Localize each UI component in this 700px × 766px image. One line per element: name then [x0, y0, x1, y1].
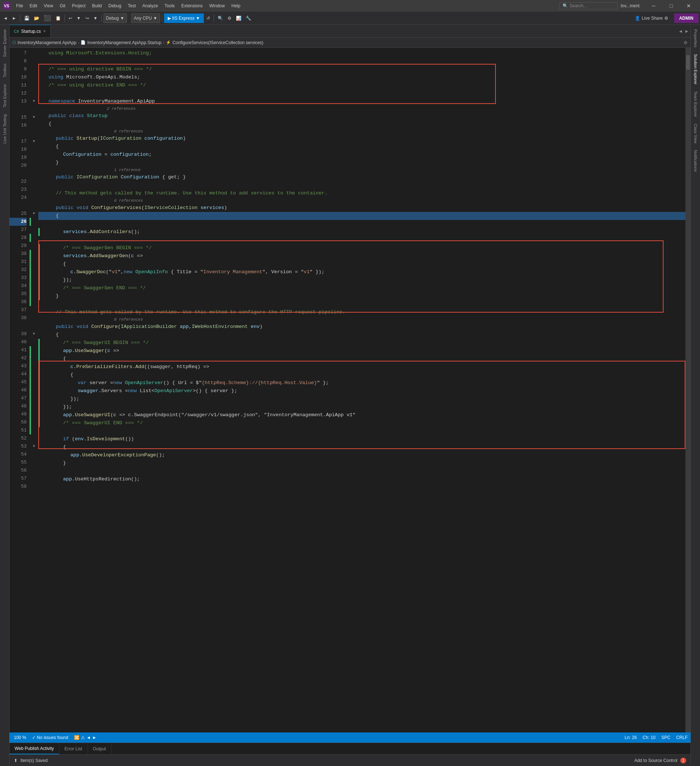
live-share-settings-icon[interactable]: ⚙: [664, 16, 668, 21]
sidebar-item-class-view[interactable]: Class View: [692, 121, 699, 146]
breadcrumb-3[interactable]: ⚡ ConfigureServices(IServiceCollection s…: [166, 40, 263, 45]
tab-icons: ◄ ►: [675, 25, 691, 37]
live-share-label[interactable]: Live Share: [642, 16, 662, 21]
breadcrumb-1[interactable]: ⬡ InventoryManagement.ApiApp: [13, 40, 76, 45]
status-issues[interactable]: ✓ No issues found: [31, 735, 70, 740]
code-token: .Servers =: [98, 387, 128, 395]
breadcrumb-settings[interactable]: ⚙: [684, 40, 687, 45]
sidebar-item-live-unit[interactable]: Live Unit Testing: [1, 111, 8, 147]
forward-button[interactable]: ►: [10, 13, 18, 23]
add-source-control-label[interactable]: Add to Source Control: [634, 758, 677, 763]
minimize-button[interactable]: ─: [645, 0, 662, 12]
sidebar-item-server-explorer[interactable]: Server Explorer: [1, 26, 8, 60]
new-button[interactable]: ⬛: [42, 13, 53, 23]
status-zoom[interactable]: 100 %: [13, 735, 28, 740]
nav-left-icon[interactable]: ◄: [86, 735, 91, 740]
menu-window[interactable]: Window: [206, 3, 228, 9]
sidebar-item-solution-explorer[interactable]: Solution Explorer: [692, 51, 699, 87]
code-token: (: [97, 135, 100, 142]
run-button[interactable]: ▶ IIS Express ▼: [164, 14, 204, 23]
sidebar-item-team-explorer[interactable]: Team Explorer: [692, 88, 699, 120]
undo-dropdown[interactable]: ▼: [75, 13, 83, 23]
scroll-thumb[interactable]: [686, 55, 690, 70]
sidebar-item-notifications[interactable]: Notifications: [692, 147, 699, 175]
collapse-42[interactable]: ▼: [29, 354, 32, 362]
gutter-39: ▼: [30, 330, 38, 338]
git-icon[interactable]: 🔀: [74, 735, 79, 740]
collapse-25[interactable]: ▼: [33, 210, 35, 218]
ln-19: 19: [9, 154, 27, 161]
back-button[interactable]: ◄: [2, 13, 9, 23]
menu-build[interactable]: Build: [89, 3, 105, 9]
ln-9: 9: [9, 65, 27, 73]
upload-icon: ⬆: [14, 758, 17, 763]
menu-tools[interactable]: Tools: [161, 3, 177, 9]
code-token: .: [132, 363, 135, 371]
code-token: { Title = ": [168, 268, 203, 276]
menu-extensions[interactable]: Extensions: [178, 3, 205, 9]
refresh-button[interactable]: ↺: [205, 13, 212, 23]
collapse-53[interactable]: ▼: [33, 442, 35, 451]
code-token: [118, 173, 121, 181]
menu-project[interactable]: Project: [69, 3, 88, 9]
tab-scroll-right[interactable]: ►: [684, 28, 689, 34]
menu-debug[interactable]: Debug: [105, 3, 124, 9]
code-token: class: [69, 112, 84, 120]
breadcrumb-2[interactable]: 📄 InventoryManagement.ApiApp.Startup: [81, 40, 161, 45]
open-button[interactable]: 📂: [32, 13, 41, 23]
search-box[interactable]: 🔍 Search...: [559, 2, 618, 9]
nav-right-icon[interactable]: ►: [92, 735, 96, 740]
code-token: configuration: [144, 135, 183, 142]
close-button[interactable]: ✕: [680, 0, 697, 12]
code-content[interactable]: using Microsoft.Extensions.Hosting; /* =…: [38, 48, 686, 733]
another-save[interactable]: 📋: [54, 13, 63, 23]
crlf-status: CRLF: [676, 735, 687, 740]
tab-close-startup[interactable]: ✕: [43, 29, 46, 33]
admin-button[interactable]: ADMIN: [674, 14, 698, 23]
settings-button[interactable]: ⚙: [226, 13, 233, 23]
code-token: PreSerializeFilters: [76, 363, 132, 371]
undo-button[interactable]: ↩: [67, 13, 74, 23]
code-token: (: [118, 323, 121, 331]
diag-button[interactable]: 🔧: [244, 13, 253, 23]
debug-mode-dropdown[interactable]: Debug ▼: [104, 14, 127, 23]
sidebar-item-toolbox[interactable]: Toolbox: [1, 60, 8, 80]
perf-button[interactable]: 📊: [234, 13, 243, 23]
tab-startup-cs[interactable]: C# Startup.cs ✕: [9, 25, 51, 37]
collapse-31[interactable]: ▼: [29, 258, 32, 266]
tab-output[interactable]: Output: [88, 743, 112, 754]
menu-git[interactable]: Git: [57, 3, 68, 9]
code-token: public: [56, 135, 74, 142]
save-button[interactable]: 💾: [22, 13, 32, 23]
collapse-13[interactable]: ▼: [33, 97, 35, 105]
tab-scroll-left[interactable]: ◄: [678, 28, 683, 34]
collapse-15[interactable]: ▼: [33, 114, 35, 122]
ln-25ref: [9, 202, 27, 210]
menu-analyze[interactable]: Analyze: [140, 3, 161, 9]
scrollbar-right[interactable]: [686, 48, 691, 733]
sidebar-item-properties[interactable]: Properties: [692, 26, 699, 50]
ln-56: 56: [9, 467, 27, 475]
sidebar-item-test-explorer[interactable]: Test Explorer: [1, 81, 8, 110]
tab-web-publish[interactable]: Web Publish Activity: [9, 743, 59, 754]
collapse-17[interactable]: ▼: [33, 138, 35, 146]
platform-dropdown[interactable]: Any CPU ▼: [131, 14, 160, 23]
code-line-36: }: [38, 292, 686, 300]
window-controls: ─ □ ✕: [645, 0, 697, 12]
menu-file[interactable]: File: [13, 3, 26, 9]
tab-bar: C# Startup.cs ✕ ◄ ►: [9, 25, 691, 38]
maximize-button[interactable]: □: [663, 0, 679, 12]
warning-icon[interactable]: ⚠: [81, 735, 85, 740]
menu-edit[interactable]: Edit: [27, 3, 40, 9]
tab-error-list[interactable]: Error List: [59, 743, 88, 754]
menu-view[interactable]: View: [41, 3, 56, 9]
menu-test[interactable]: Test: [125, 3, 139, 9]
redo-button[interactable]: ↪: [84, 13, 91, 23]
search2-button[interactable]: 🔍: [216, 13, 225, 23]
code-line-47: swagger .Servers = new List< OpenApiServ…: [38, 387, 686, 395]
redo-dropdown[interactable]: ▼: [92, 13, 100, 23]
code-line-15: public class Startup: [38, 112, 686, 120]
collapse-39[interactable]: ▼: [33, 330, 35, 338]
menu-help[interactable]: Help: [229, 3, 243, 9]
code-token: services: [201, 204, 224, 212]
